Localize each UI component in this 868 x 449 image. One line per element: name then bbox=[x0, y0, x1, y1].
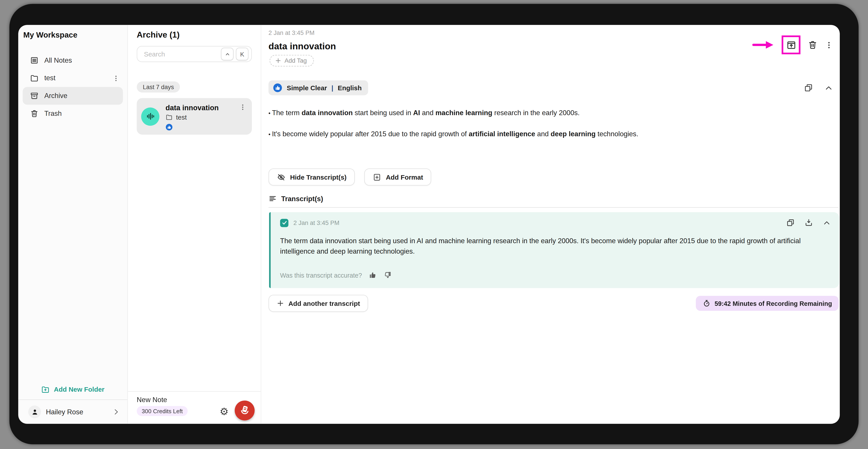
panel-footer: New Note 300 Credits Left ⚙ bbox=[128, 391, 261, 424]
recording-remaining-label: 59:42 Minutes of Recording Remaining bbox=[715, 300, 832, 307]
align-left-icon bbox=[269, 194, 277, 203]
screenshot-stage: My Workspace All Notes test Archive bbox=[0, 0, 868, 449]
format-badge[interactable]: Simple Clear | English bbox=[269, 80, 369, 95]
user-account-row[interactable]: Hailey Rose bbox=[18, 400, 127, 424]
folder-icon bbox=[30, 73, 39, 83]
shortcut-modifier-keycap[interactable] bbox=[221, 48, 234, 60]
collapse-summary-icon[interactable] bbox=[824, 83, 833, 92]
recording-remaining-badge: 59:42 Minutes of Recording Remaining bbox=[695, 296, 838, 311]
note-title-heading: data innovation bbox=[269, 41, 336, 51]
transcripts-heading-label: Transcript(s) bbox=[281, 195, 323, 203]
app-window: My Workspace All Notes test Archive bbox=[18, 25, 840, 424]
settings-gear-icon[interactable]: ⚙ bbox=[220, 407, 228, 417]
summary-bullet: The term data innovation start being use… bbox=[269, 109, 817, 117]
shortcut-letter-keycap[interactable]: K bbox=[236, 48, 249, 60]
folder-kebab-icon[interactable] bbox=[113, 74, 120, 82]
user-name: Hailey Rose bbox=[46, 408, 83, 416]
transcripts-heading: Transcript(s) bbox=[269, 194, 323, 203]
format-language: English bbox=[338, 84, 362, 92]
note-editor: 2 Jan at 3:45 PM data innovation Add Tag… bbox=[261, 25, 840, 424]
hide-transcripts-label: Hide Transcript(s) bbox=[290, 173, 346, 181]
add-another-transcript-button[interactable]: Add another transcript bbox=[269, 295, 369, 312]
audio-note-avatar bbox=[141, 107, 159, 125]
chevron-right-icon[interactable] bbox=[113, 408, 120, 415]
transcript-text: The term data innovation start being use… bbox=[280, 236, 825, 257]
plus-icon bbox=[277, 300, 284, 307]
collapse-transcript-icon[interactable] bbox=[823, 218, 831, 227]
workspace-title: My Workspace bbox=[23, 30, 127, 39]
annotation-highlight-box bbox=[782, 36, 801, 55]
annotation-arrow bbox=[752, 40, 774, 50]
add-tag-label: Add Tag bbox=[284, 57, 307, 64]
plus-icon bbox=[275, 57, 281, 63]
sidebar-item-label: All Notes bbox=[44, 56, 72, 64]
format-section-header: Simple Clear | English bbox=[269, 80, 833, 95]
sidebar-item-trash[interactable]: Trash bbox=[23, 105, 123, 122]
panel-title: Archive (1) bbox=[137, 30, 252, 39]
sidebar-item-label: Trash bbox=[44, 110, 62, 117]
notes-icon bbox=[30, 56, 39, 65]
date-group-label: Last 7 days bbox=[137, 81, 180, 92]
transcripts-divider bbox=[269, 207, 839, 208]
trash-icon bbox=[30, 109, 39, 118]
format-separator: | bbox=[331, 84, 333, 92]
add-format-button[interactable]: Add Format bbox=[364, 169, 431, 186]
note-header-actions bbox=[752, 36, 833, 55]
thumbs-up-badge-icon bbox=[273, 83, 282, 92]
transcript-feedback: Was this transcript accurate? bbox=[280, 271, 392, 279]
note-folder-label: test bbox=[176, 113, 187, 121]
record-logo-icon bbox=[239, 404, 251, 417]
note-title: data innovation bbox=[165, 103, 219, 112]
plus-square-icon bbox=[372, 173, 381, 181]
format-status-badge bbox=[165, 123, 219, 130]
summary-bullet: It's become widely popular after 2015 du… bbox=[269, 130, 817, 138]
search-bar: K bbox=[137, 46, 252, 62]
copy-transcript-icon[interactable] bbox=[786, 218, 795, 227]
person-icon bbox=[31, 408, 38, 416]
transcript-card: 2 Jan at 3:45 PM The term data innovatio… bbox=[269, 212, 839, 288]
sidebar-item-label: test bbox=[44, 74, 55, 82]
add-new-folder-label: Add New Folder bbox=[54, 386, 104, 393]
unarchive-icon[interactable] bbox=[786, 39, 796, 50]
note-timestamp: 2 Jan at 3:45 PM bbox=[269, 29, 314, 36]
sidebar-item-all-notes[interactable]: All Notes bbox=[23, 52, 123, 69]
transcript-actions-row: Hide Transcript(s) Add Format bbox=[269, 169, 432, 186]
transcript-checkbox[interactable] bbox=[280, 218, 288, 227]
add-format-label: Add Format bbox=[386, 173, 423, 181]
avatar bbox=[28, 406, 41, 418]
feedback-question: Was this transcript accurate? bbox=[280, 272, 362, 278]
sidebar-item-label: Archive bbox=[44, 92, 67, 100]
sidebar-item-archive[interactable]: Archive bbox=[23, 87, 123, 105]
check-icon bbox=[281, 220, 287, 226]
credits-badge: 300 Credits Left bbox=[137, 406, 188, 416]
record-note-button[interactable] bbox=[235, 400, 255, 421]
download-transcript-icon[interactable] bbox=[804, 218, 813, 227]
copy-summary-icon[interactable] bbox=[804, 83, 813, 92]
eye-off-icon bbox=[277, 173, 286, 181]
note-list-item[interactable]: data innovation test bbox=[137, 98, 252, 134]
format-name: Simple Clear bbox=[287, 84, 327, 92]
note-more-options-icon[interactable] bbox=[825, 41, 833, 49]
add-new-folder-button[interactable]: Add New Folder bbox=[18, 385, 127, 394]
note-kebab-icon[interactable] bbox=[239, 103, 246, 111]
stopwatch-icon bbox=[702, 299, 711, 307]
sidebar-item-test-folder[interactable]: test bbox=[23, 69, 123, 87]
thumbs-down-icon[interactable] bbox=[383, 271, 392, 279]
delete-note-icon[interactable] bbox=[808, 40, 817, 50]
add-tag-button[interactable]: Add Tag bbox=[270, 55, 314, 66]
search-input[interactable] bbox=[143, 50, 219, 58]
archive-icon bbox=[30, 91, 39, 100]
thumbs-up-icon[interactable] bbox=[369, 271, 377, 279]
notes-list-panel: Archive (1) K Last 7 days data innovatio… bbox=[128, 25, 261, 424]
folder-plus-icon bbox=[41, 385, 50, 394]
chevron-up-icon bbox=[224, 51, 230, 57]
hide-transcripts-button[interactable]: Hide Transcript(s) bbox=[269, 169, 355, 186]
transcript-footer-row: Add another transcript 59:42 Minutes of … bbox=[269, 295, 839, 312]
add-another-transcript-label: Add another transcript bbox=[288, 299, 360, 307]
transcript-timestamp: 2 Jan at 3:45 PM bbox=[293, 219, 339, 226]
waveform-icon bbox=[145, 111, 155, 121]
workspace-sidebar: My Workspace All Notes test Archive bbox=[18, 25, 128, 424]
sidebar-nav: All Notes test Archive Trash bbox=[18, 52, 127, 122]
folder-icon bbox=[165, 114, 173, 121]
